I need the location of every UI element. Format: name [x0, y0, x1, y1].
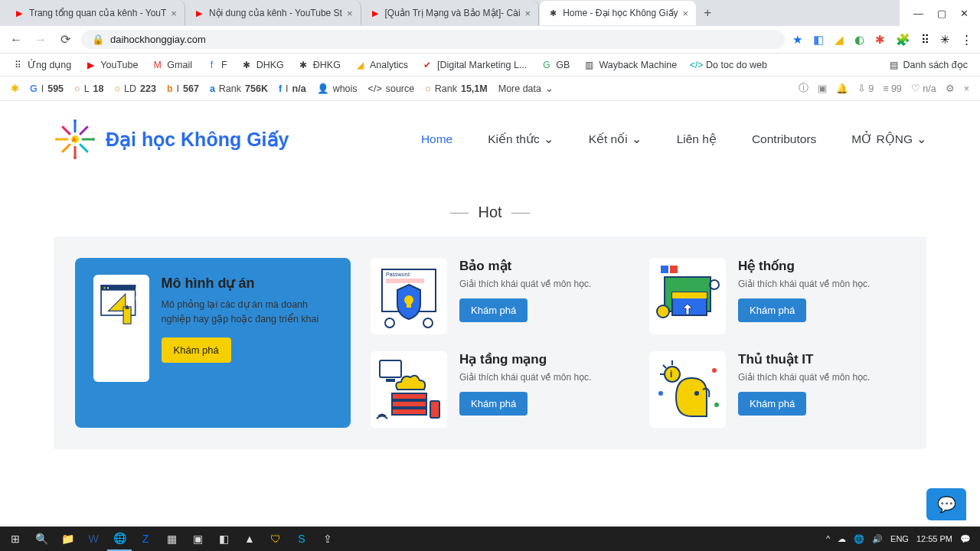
extensions-icon[interactable]: 🧩 [896, 33, 910, 47]
tb-heart[interactable]: ♡ n/a [911, 83, 936, 94]
app-icon[interactable]: ▦ [159, 527, 184, 551]
svg-point-36 [657, 305, 669, 318]
back-button[interactable]: ← [8, 33, 24, 47]
tb-google[interactable]: GI595 [30, 83, 64, 94]
chat-widget[interactable]: 💬 [926, 488, 966, 520]
nav-mo-rong[interactable]: MỞ RỘNG⌄ [851, 132, 926, 146]
maximize-icon[interactable]: ▢ [937, 8, 946, 19]
tab-1[interactable]: ▶Nội dung của kênh - YouTube St× [186, 1, 361, 25]
tb-dl[interactable]: ⇩ 9 [858, 83, 874, 94]
explore-button[interactable]: Khám phá [738, 392, 806, 416]
bookmark-speed[interactable]: </>Do toc do web [686, 57, 772, 73]
new-tab-button[interactable]: + [697, 5, 718, 21]
bookmark-gb[interactable]: GGB [536, 57, 574, 73]
ext-icon[interactable]: ◢ [835, 33, 844, 47]
close-icon[interactable]: × [683, 8, 689, 19]
tb-value: n/a [292, 83, 306, 94]
tb-source[interactable]: </>source [368, 83, 415, 94]
nav-lien-he[interactable]: Liên hệ [677, 132, 717, 146]
app-icon[interactable]: ▣ [185, 527, 210, 551]
reading-list-button[interactable]: ▤Danh sách đọc [884, 57, 972, 73]
ext-icon[interactable]: ◧ [813, 33, 824, 47]
explore-button[interactable]: Khám phá [459, 392, 528, 416]
app-icon[interactable]: ⇪ [315, 527, 340, 551]
clock[interactable]: 12:55 PM [916, 534, 952, 543]
nav-home[interactable]: Home [421, 132, 452, 146]
bookmark-apps[interactable]: ⠿Ứng dụng [8, 57, 76, 73]
address-bar[interactable]: 🔒 daihockhonggiay.com [81, 30, 785, 49]
app-icon[interactable]: 🛡 [263, 527, 288, 551]
tb-fb[interactable]: fIn/a [279, 83, 306, 94]
tb-ld[interactable]: ○LD223 [115, 83, 156, 94]
tb-whois[interactable]: 👤whois [317, 83, 358, 94]
bookmark-youtube[interactable]: ▶YouTube [80, 57, 142, 73]
tray-expand-icon[interactable]: ^ [826, 534, 830, 543]
tb-l[interactable]: ○L18 [74, 83, 103, 94]
explore-button[interactable]: Khám phá [459, 298, 528, 322]
bookmark-dhkg[interactable]: ✱DHKG [237, 57, 289, 73]
close-icon[interactable]: × [964, 83, 969, 94]
ext-icon[interactable]: ◐ [854, 33, 864, 47]
skype-icon[interactable]: S [289, 527, 314, 551]
cat-body: Hệ thống Giải thích khái quát về môn học… [738, 258, 870, 334]
nav-contributors[interactable]: Contributors [752, 132, 816, 146]
cloud-icon[interactable]: ☁ [838, 534, 846, 544]
bookmark-analytics[interactable]: ◢Analytics [350, 57, 413, 73]
close-window-icon[interactable]: ✕ [960, 8, 969, 19]
featured-explore-button[interactable]: Khám phá [162, 337, 231, 363]
tb-alexa[interactable]: aRank756K [210, 83, 268, 94]
tb-rank2[interactable]: ○Rank15,1M [425, 83, 488, 94]
ext-icon[interactable]: ⠿ [921, 33, 929, 47]
nav-kien-thuc[interactable]: Kiến thức⌄ [488, 132, 553, 146]
site-logo[interactable]: A Đại học Không Giấy [54, 118, 289, 161]
chrome-icon[interactable]: 🌐 [107, 527, 132, 551]
network-illustration [371, 351, 447, 428]
bookmark-dhkg2[interactable]: ✱ĐHKG [293, 57, 345, 73]
notifications-icon[interactable]: 💬 [960, 534, 971, 544]
info-icon[interactable]: ⓘ [799, 82, 808, 95]
tab-0[interactable]: ▶Trang tổng quan của kênh - YouT× [6, 1, 185, 25]
language-indicator[interactable]: ENG [890, 534, 909, 543]
bookmark-facebook[interactable]: fF [201, 57, 232, 73]
tb-bing[interactable]: bI567 [167, 83, 199, 94]
explorer-icon[interactable]: 📁 [55, 527, 80, 551]
bookmark-dm[interactable]: ✔[Digital Marketing L... [417, 57, 531, 73]
screen-icon[interactable]: ▣ [818, 83, 827, 94]
explore-button[interactable]: Khám phá [738, 298, 806, 322]
gear-icon[interactable]: ⚙ [946, 83, 955, 94]
forward-button[interactable]: → [32, 33, 49, 47]
close-icon[interactable]: × [347, 8, 353, 19]
cat-title: Bảo mật [459, 258, 591, 274]
network-icon[interactable]: 🌐 [854, 534, 864, 544]
reload-button[interactable]: ⟳ [57, 32, 74, 47]
close-icon[interactable]: × [525, 8, 531, 19]
tb-value: 15,1M [461, 83, 488, 94]
bm-label: Ứng dụng [28, 59, 71, 70]
ext-icon[interactable]: ✳ [940, 33, 950, 47]
minimize-icon[interactable]: — [913, 8, 923, 19]
bm-label: Do toc do web [706, 60, 767, 70]
svg-line-8 [63, 145, 70, 152]
menu-icon[interactable]: ⋮ [961, 33, 972, 47]
app-icon[interactable]: ▲ [237, 527, 262, 551]
tab-3-active[interactable]: ✱Home - Đại học Không Giấy× [540, 1, 696, 25]
word-icon[interactable]: W [81, 527, 106, 551]
bookmark-wayback[interactable]: ▥Wayback Machine [579, 57, 681, 73]
app-icon[interactable]: ◧ [211, 527, 236, 551]
zalo-icon[interactable]: Z [133, 527, 158, 551]
bookmark-gmail[interactable]: MGmail [147, 57, 197, 73]
tb-more-data[interactable]: More data⌄ [498, 83, 554, 94]
bell-icon[interactable]: 🔔 [836, 83, 848, 94]
nav-ket-noi[interactable]: Kết nối⌄ [589, 132, 642, 146]
bm-label: [Digital Marketing L... [437, 60, 527, 70]
tb-label: More data [498, 83, 541, 94]
svg-point-54 [714, 403, 719, 407]
volume-icon[interactable]: 🔊 [872, 534, 883, 544]
ext-icon[interactable]: ✱ [875, 33, 885, 47]
tb-list[interactable]: ≡ 99 [883, 83, 902, 94]
tab-2[interactable]: ▶[Quản Trị Mạng và Bảo Mật]- Cài× [362, 1, 540, 25]
close-icon[interactable]: × [171, 8, 177, 19]
bookmark-star-icon[interactable]: ★ [792, 33, 802, 47]
start-button[interactable]: ⊞ [3, 527, 28, 551]
search-button[interactable]: 🔍 [29, 527, 54, 551]
